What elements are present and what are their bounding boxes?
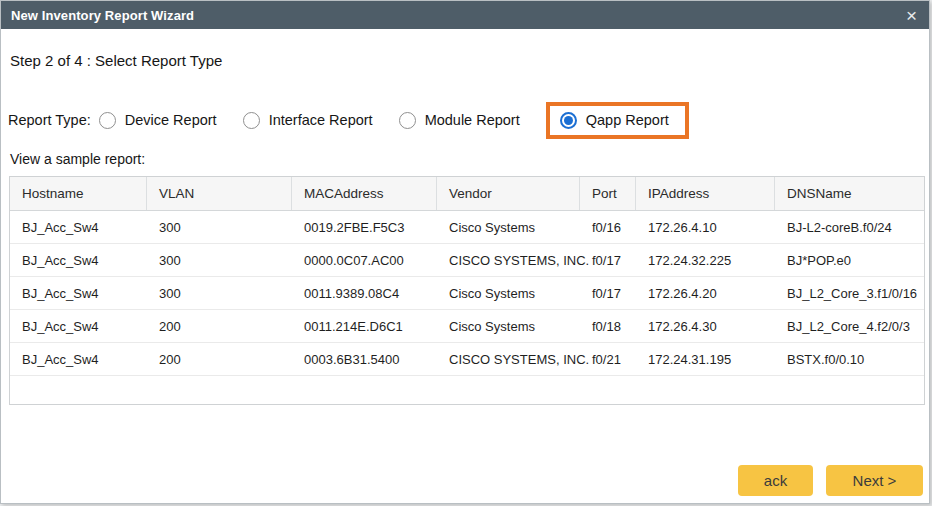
table-cell: 172.24.31.195	[636, 343, 775, 375]
next-button[interactable]: Next >	[826, 465, 923, 496]
window-title: New Inventory Report Wizard	[11, 8, 194, 23]
table-cell: 300	[147, 211, 292, 243]
table-cell: CISCO SYSTEMS, INC.	[437, 343, 580, 375]
table-cell: f0/16	[580, 211, 636, 243]
table-cell: f0/18	[580, 310, 636, 342]
radio-icon[interactable]	[99, 112, 116, 129]
report-type-options: Device ReportInterface ReportModule Repo…	[99, 102, 689, 139]
table-row: BJ_Acc_Sw43000000.0C07.AC00CISCO SYSTEMS…	[10, 244, 924, 277]
table-cell: BJ*POP.e0	[775, 244, 924, 276]
table-cell: 200	[147, 310, 292, 342]
table-cell: 200	[147, 343, 292, 375]
table-cell: 0011.9389.08C4	[292, 277, 437, 309]
radio-option-label: Device Report	[125, 112, 217, 128]
table-cell: 0003.6B31.5400	[292, 343, 437, 375]
table-cell: f0/17	[580, 244, 636, 276]
close-icon[interactable]: ×	[904, 6, 919, 25]
table-header-cell: VLAN	[147, 177, 292, 210]
table-cell: 172.26.4.20	[636, 277, 775, 309]
table-cell: 172.26.4.10	[636, 211, 775, 243]
radio-option-label: Module Report	[425, 112, 520, 128]
table-cell: BJ-L2-coreB.f0/24	[775, 211, 924, 243]
table-cell: BJ_L2_Core_4.f2/0/3	[775, 310, 924, 342]
table-cell: Cisco Systems	[437, 310, 580, 342]
table-header: HostnameVLANMACAddressVendorPortIPAddres…	[10, 177, 924, 211]
report-type-label: Report Type:	[8, 112, 91, 128]
table-row: BJ_Acc_Sw42000003.6B31.5400CISCO SYSTEMS…	[10, 343, 924, 376]
table-cell: BJ_Acc_Sw4	[10, 343, 147, 375]
table-header-cell: Hostname	[10, 177, 147, 210]
radio-option-label: Interface Report	[269, 112, 373, 128]
radio-option-label: Qapp Report	[586, 112, 669, 128]
table-cell: 172.26.4.30	[636, 310, 775, 342]
table-cell: f0/17	[580, 277, 636, 309]
radio-icon[interactable]	[243, 112, 260, 129]
table-header-cell: Port	[580, 177, 636, 210]
table-row: BJ_Acc_Sw43000019.2FBE.F5C3Cisco Systems…	[10, 211, 924, 244]
table-body: BJ_Acc_Sw43000019.2FBE.F5C3Cisco Systems…	[10, 211, 924, 376]
table-cell: Cisco Systems	[437, 211, 580, 243]
table-cell: Cisco Systems	[437, 277, 580, 309]
table-cell: BSTX.f0/0.10	[775, 343, 924, 375]
table-cell: BJ_Acc_Sw4	[10, 244, 147, 276]
table-header-cell: MACAddress	[292, 177, 437, 210]
title-bar: New Inventory Report Wizard ×	[1, 1, 929, 29]
table-cell: 300	[147, 277, 292, 309]
radio-selected-icon[interactable]	[560, 112, 577, 129]
table-cell: f0/21	[580, 343, 636, 375]
table-row: BJ_Acc_Sw42000011.214E.D6C1Cisco Systems…	[10, 310, 924, 343]
back-button[interactable]: ack	[738, 465, 813, 496]
table-cell: BJ_Acc_Sw4	[10, 310, 147, 342]
sample-report-table: HostnameVLANMACAddressVendorPortIPAddres…	[9, 176, 925, 405]
table-header-cell: DNSName	[775, 177, 924, 210]
table-cell: 172.24.32.225	[636, 244, 775, 276]
table-cell: 300	[147, 244, 292, 276]
radio-icon[interactable]	[399, 112, 416, 129]
table-cell: BJ_Acc_Sw4	[10, 211, 147, 243]
radio-option-interface-report[interactable]: Interface Report	[243, 112, 373, 129]
table-header-cell: Vendor	[437, 177, 580, 210]
table-cell: CISCO SYSTEMS, INC.	[437, 244, 580, 276]
table-cell: 0011.214E.D6C1	[292, 310, 437, 342]
radio-option-qapp-report[interactable]: Qapp Report	[546, 102, 689, 139]
table-cell: 0019.2FBE.F5C3	[292, 211, 437, 243]
sample-report-label: View a sample report:	[10, 151, 145, 167]
step-heading: Step 2 of 4 : Select Report Type	[10, 52, 222, 69]
table-cell: 0000.0C07.AC00	[292, 244, 437, 276]
report-type-group: Report Type: Device ReportInterface Repo…	[8, 98, 689, 142]
radio-option-device-report[interactable]: Device Report	[99, 112, 217, 129]
wizard-dialog: New Inventory Report Wizard × Step 2 of …	[0, 0, 930, 504]
table-row: BJ_Acc_Sw43000011.9389.08C4Cisco Systems…	[10, 277, 924, 310]
table-cell: BJ_Acc_Sw4	[10, 277, 147, 309]
table-header-cell: IPAddress	[636, 177, 775, 210]
radio-option-module-report[interactable]: Module Report	[399, 112, 520, 129]
table-cell: BJ_L2_Core_3.f1/0/16	[775, 277, 924, 309]
